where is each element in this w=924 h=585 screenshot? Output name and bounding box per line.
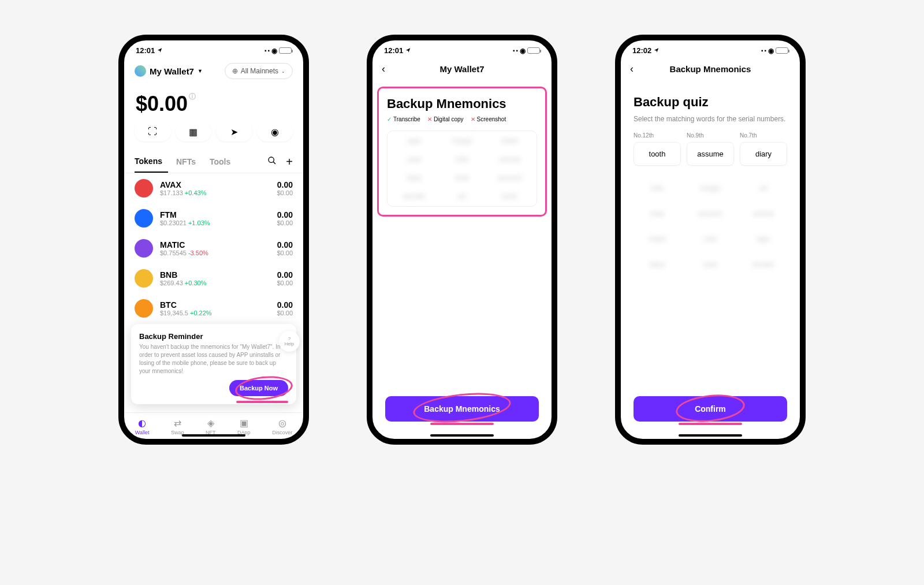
cross-icon: ✕: [427, 116, 432, 122]
signal-icon: ▪▪: [513, 47, 518, 54]
nav-nft[interactable]: ◈NFT: [206, 418, 216, 435]
info-icon[interactable]: ⓘ: [189, 92, 196, 100]
mnemonic-word: art: [441, 192, 483, 200]
globe-icon: ⊕: [232, 67, 238, 75]
word-option[interactable]: case: [687, 257, 734, 272]
quiz-slot-label: No.12th: [634, 132, 681, 139]
balance-display: $0.00ⓘ: [124, 84, 303, 122]
hint-digital: ✕Digital copy: [427, 116, 464, 122]
annotation-scribble: [430, 423, 494, 425]
back-button[interactable]: ‹: [630, 63, 634, 75]
token-icon: [135, 239, 153, 258]
token-usd: $0.00: [277, 189, 293, 196]
home-indicator[interactable]: [679, 434, 742, 437]
word-option[interactable]: tape: [740, 232, 787, 247]
annotation-highlight-box: Backup Mnemonics ✓Transcribe ✕Digital co…: [377, 87, 547, 217]
token-change: +0.43%: [185, 189, 207, 196]
quiz-slot[interactable]: assume: [687, 142, 734, 166]
token-price: $269.43 +0.30%: [160, 280, 270, 286]
word-options-grid: criticmarginartboatassumeanimalinfantcri…: [634, 181, 787, 272]
token-row[interactable]: FTM $0.23021 +1.03% 0.00$0.00: [124, 203, 303, 233]
page-title: My Wallet7: [440, 64, 485, 74]
backup-mnemonics-button[interactable]: Backup Mnemonics: [385, 396, 539, 422]
mnemonic-word: assume: [489, 174, 531, 182]
word-option[interactable]: assume: [687, 206, 734, 221]
tab-tools[interactable]: Tools: [210, 151, 236, 172]
mnemonic-word: wonder: [393, 192, 435, 200]
swap-icon: ⇄: [174, 418, 181, 428]
word-option[interactable]: critic: [687, 232, 734, 247]
mnemonic-word: infant: [489, 137, 531, 145]
add-icon[interactable]: +: [286, 155, 293, 169]
qr-button[interactable]: ▦: [176, 122, 212, 141]
word-option[interactable]: critic: [634, 181, 681, 196]
tab-nfts[interactable]: NFTs: [176, 151, 202, 172]
nft-icon: ◈: [207, 418, 214, 428]
token-usd: $0.00: [277, 219, 293, 226]
battery-icon: [776, 47, 788, 54]
phone-backup-mnemonics: 12:01 ▪▪◉ ‹ My Wallet7 Backup Mnemonics …: [367, 35, 557, 445]
annotation-scribble: [236, 401, 288, 403]
confirm-button[interactable]: Confirm: [634, 396, 787, 422]
location-icon: [157, 46, 163, 55]
nav-swap[interactable]: ⇄Swap: [171, 418, 184, 435]
quiz-slot[interactable]: tooth: [634, 142, 681, 166]
hint-screenshot: ✕Screenshot: [471, 116, 506, 122]
nav-dapp[interactable]: ▣DApp: [237, 418, 251, 435]
token-row[interactable]: AVAX $17.133 +0.43% 0.00$0.00: [124, 173, 303, 203]
backup-reminder-popup: ? Help Backup Reminder You haven't backu…: [131, 324, 296, 404]
home-indicator[interactable]: [182, 434, 245, 437]
mnemonic-word: tooth: [489, 192, 531, 200]
backup-now-button[interactable]: Backup Now: [229, 380, 288, 396]
token-price: $17.133 +0.43%: [160, 189, 270, 196]
word-option[interactable]: animal: [740, 206, 787, 221]
word-option[interactable]: infant: [634, 232, 681, 247]
mnemonic-word: critic: [441, 155, 483, 163]
section-subtitle: Select the matching words for the serial…: [634, 114, 787, 124]
qr-icon: ▦: [189, 126, 198, 137]
signal-icon: ▪▪: [761, 47, 766, 54]
token-row[interactable]: BTC $19,345.5 +0.22% 0.00$0.00: [124, 293, 303, 323]
home-indicator[interactable]: [430, 434, 494, 437]
search-icon[interactable]: [267, 156, 277, 168]
word-option[interactable]: boat: [634, 206, 681, 221]
token-icon: [135, 269, 153, 288]
nav-wallet[interactable]: ◐Wallet: [135, 418, 150, 435]
status-time: 12:01: [136, 46, 155, 55]
buy-button[interactable]: ◉: [257, 122, 293, 141]
status-bar: 12:01 ▪▪ ◉: [124, 40, 303, 58]
token-icon: [135, 179, 153, 198]
wallet-name-label: My Wallet7: [150, 66, 194, 76]
tab-tokens[interactable]: Tokens: [135, 151, 168, 173]
section-title: Backup Mnemonics: [387, 96, 537, 111]
quiz-slot[interactable]: diary: [740, 142, 787, 166]
wallet-selector[interactable]: My Wallet7 ▼: [135, 65, 203, 77]
hint-label: Screenshot: [477, 116, 506, 122]
word-option[interactable]: wonder: [740, 257, 787, 272]
token-symbol: AVAX: [160, 180, 270, 189]
token-amount: 0.00: [277, 240, 293, 249]
token-row[interactable]: MATIC $0.75545 -3.50% 0.00$0.00: [124, 233, 303, 263]
send-button[interactable]: ➤: [216, 122, 252, 141]
token-usd: $0.00: [277, 310, 293, 316]
nav-discover[interactable]: ◎Discover: [272, 418, 292, 435]
network-label: All Mainnets: [241, 67, 278, 75]
token-usd: $0.00: [277, 280, 293, 286]
network-selector[interactable]: ⊕ All Mainnets ⌄: [225, 63, 293, 79]
scan-button[interactable]: ⛶: [135, 122, 171, 141]
token-row[interactable]: BNB $269.43 +0.30% 0.00$0.00: [124, 263, 303, 293]
back-button[interactable]: ‹: [382, 63, 385, 75]
word-option[interactable]: margin: [687, 181, 734, 196]
token-amount: 0.00: [277, 210, 293, 219]
word-option[interactable]: diary: [634, 257, 681, 272]
quiz-slot-labels: No.12thNo.9thNo.7th: [634, 132, 787, 139]
check-icon: ✓: [387, 116, 392, 122]
hint-label: Transcribe: [393, 116, 420, 122]
hint-transcribe: ✓Transcribe: [387, 116, 420, 122]
word-option[interactable]: art: [740, 181, 787, 196]
mnemonic-word: case: [393, 155, 435, 163]
token-price: $0.23021 +1.03%: [160, 219, 270, 226]
status-bar: 12:02 ▪▪◉: [621, 40, 800, 58]
help-button[interactable]: ? Help: [279, 331, 300, 352]
popup-title: Backup Reminder: [139, 332, 288, 341]
